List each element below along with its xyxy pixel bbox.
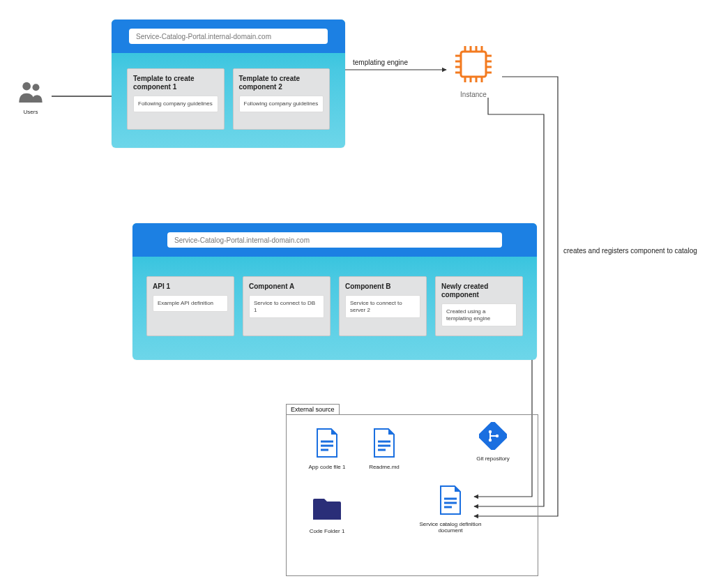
svg-point-1 — [22, 82, 31, 91]
template-card-2[interactable]: Template to create component 2 Following… — [233, 68, 331, 130]
template-card-2-title: Template to create component 2 — [239, 75, 324, 91]
catalog-card-api1-title: API 1 — [153, 282, 228, 291]
users-node: Users — [10, 80, 52, 115]
catalog-card-component-b[interactable]: Component B Service to connect to server… — [339, 276, 427, 336]
portal-templates: Service-Catalog-Portal.internal-domain.c… — [112, 20, 345, 148]
diagram-canvas: templating engine creates and registers … — [0, 0, 714, 588]
svg-rect-3 — [461, 52, 486, 77]
folder-icon — [312, 513, 342, 525]
external-source-box: External source App code file 1 — [286, 414, 538, 576]
svg-point-2 — [33, 84, 40, 91]
portal-templates-header: Service-Catalog-Portal.internal-domain.c… — [112, 20, 345, 53]
file-app-code-label: App code file 1 — [299, 464, 355, 470]
file-readme: Readme.md — [356, 428, 412, 470]
file-catalog-definition-label: Service catalog definition document — [419, 521, 482, 534]
portal-catalog-body: API 1 Example API definition Component A… — [132, 257, 537, 360]
document-icon — [372, 448, 397, 460]
instance-label: Instance — [443, 91, 503, 98]
catalog-card-component-a-title: Component A — [249, 282, 324, 291]
template-card-2-sub: Following company guidelines — [239, 96, 324, 112]
portal-catalog-header: Service-Catalog-Portal.internal-domain.c… — [132, 223, 537, 257]
document-icon — [438, 506, 463, 518]
folder-code: Code Folder 1 — [299, 497, 355, 534]
users-icon — [17, 95, 45, 107]
template-card-1-title: Template to create component 1 — [133, 75, 218, 91]
external-source-title: External source — [286, 404, 340, 414]
git-repository: Git repository — [465, 422, 521, 462]
file-readme-label: Readme.md — [356, 464, 412, 470]
catalog-card-new-component-title: Newly created component — [441, 282, 517, 299]
edge-label-creates: creates and registers component to catal… — [563, 247, 697, 255]
edge-label-templating: templating engine — [353, 59, 408, 66]
portal-templates-body: Template to create component 1 Following… — [112, 53, 345, 148]
catalog-card-api1-sub: Example API definition — [153, 295, 228, 312]
portal-catalog: Service-Catalog-Portal.internal-domain.c… — [132, 223, 537, 360]
git-icon — [479, 440, 507, 452]
instance-node: Instance — [443, 43, 503, 98]
portal-catalog-address: Service-Catalog-Portal.internal-domain.c… — [167, 232, 502, 248]
users-label: Users — [10, 109, 52, 115]
portal-templates-address: Service-Catalog-Portal.internal-domain.c… — [129, 29, 328, 44]
catalog-card-new-component[interactable]: Newly created component Created using a … — [435, 276, 523, 336]
catalog-card-new-component-sub: Created using a templating engine — [441, 303, 517, 326]
catalog-card-component-b-sub: Service to connect to server 2 — [345, 295, 420, 318]
catalog-card-api1[interactable]: API 1 Example API definition — [146, 276, 234, 336]
catalog-card-component-b-title: Component B — [345, 282, 420, 291]
template-card-1-sub: Following company guidelines — [133, 96, 218, 112]
document-icon — [314, 448, 340, 460]
cpu-chip-icon — [453, 75, 494, 87]
catalog-card-component-a[interactable]: Component A Service to connect to DB 1 — [243, 276, 331, 336]
git-repository-label: Git repository — [465, 455, 521, 462]
template-card-1[interactable]: Template to create component 1 Following… — [127, 68, 225, 130]
file-app-code: App code file 1 — [299, 428, 355, 470]
file-catalog-definition: Service catalog definition document — [419, 485, 482, 534]
folder-code-label: Code Folder 1 — [299, 528, 355, 534]
catalog-card-component-a-sub: Service to connect to DB 1 — [249, 295, 324, 318]
